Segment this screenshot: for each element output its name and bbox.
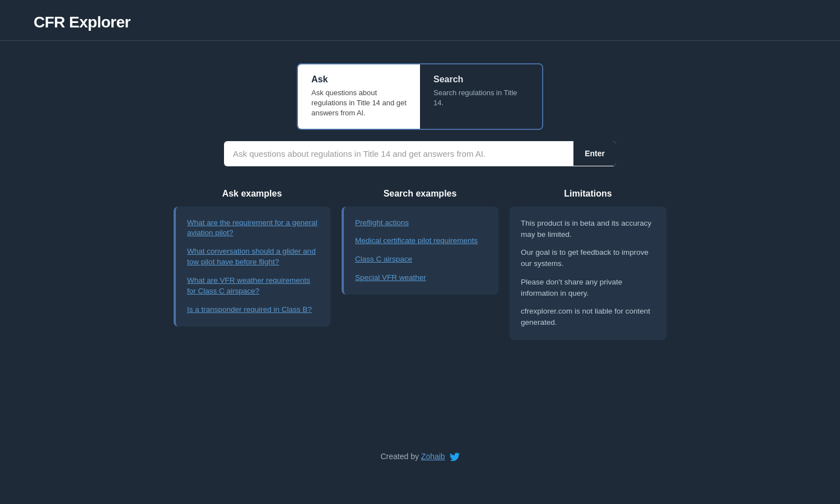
search-example-2[interactable]: Medical certificate pilot requirements: [355, 236, 487, 246]
search-input[interactable]: [224, 141, 573, 166]
footer-author-link[interactable]: Zohaib: [421, 452, 445, 461]
limitations-box: This product is in beta and its accuracy…: [510, 207, 666, 340]
tab-selector: Ask Ask questions about regulations in T…: [297, 63, 543, 130]
app-title: CFR Explorer: [34, 13, 130, 31]
ask-example-2[interactable]: What conversation should a glider and to…: [187, 246, 319, 268]
ask-examples-title: Ask examples: [174, 189, 330, 199]
search-examples-box: Preflight actions Medical certificate pi…: [342, 207, 498, 295]
ask-example-4[interactable]: Is a transponder required in Class B?: [187, 305, 319, 315]
main-content: Ask Ask questions about regulations in T…: [162, 41, 678, 479]
search-example-1[interactable]: Preflight actions: [355, 218, 487, 228]
footer: Created by Zohaib: [380, 430, 459, 479]
search-bar: Enter: [224, 141, 616, 166]
ask-example-1[interactable]: What are the requirement for a general a…: [187, 218, 319, 239]
limitation-4: cfrexplorer.com is not liable for conten…: [521, 306, 655, 329]
enter-button[interactable]: Enter: [573, 141, 616, 166]
tab-ask-label: Ask: [311, 74, 407, 85]
limitation-3: Please don't share any private informati…: [521, 277, 655, 300]
search-examples-column: Search examples Preflight actions Medica…: [342, 189, 498, 340]
ask-examples-box: What are the requirement for a general a…: [174, 207, 330, 326]
header: CFR Explorer: [0, 0, 840, 41]
limitation-2: Our goal is to get feedback to improve o…: [521, 247, 655, 270]
search-example-3[interactable]: Class C airspace: [355, 254, 487, 265]
ask-example-3[interactable]: What are VFR weather requirements for Cl…: [187, 276, 319, 297]
tab-search-label: Search: [433, 74, 529, 85]
search-examples-title: Search examples: [342, 189, 498, 199]
twitter-icon: [447, 452, 460, 461]
limitations-column: Limitations This product is in beta and …: [510, 189, 666, 340]
tab-ask[interactable]: Ask Ask questions about regulations in T…: [298, 64, 420, 129]
tab-ask-description: Ask questions about regulations in Title…: [311, 88, 407, 119]
limitations-title: Limitations: [510, 189, 666, 199]
limitation-1: This product is in beta and its accuracy…: [521, 218, 655, 241]
tab-search-description: Search regulations in Title 14.: [433, 88, 529, 108]
search-example-4[interactable]: Special VFR weather: [355, 273, 487, 283]
footer-created-by: Created by: [380, 452, 418, 461]
tab-search[interactable]: Search Search regulations in Title 14.: [420, 64, 542, 129]
columns-section: Ask examples What are the requirement fo…: [174, 189, 666, 340]
ask-examples-column: Ask examples What are the requirement fo…: [174, 189, 330, 340]
